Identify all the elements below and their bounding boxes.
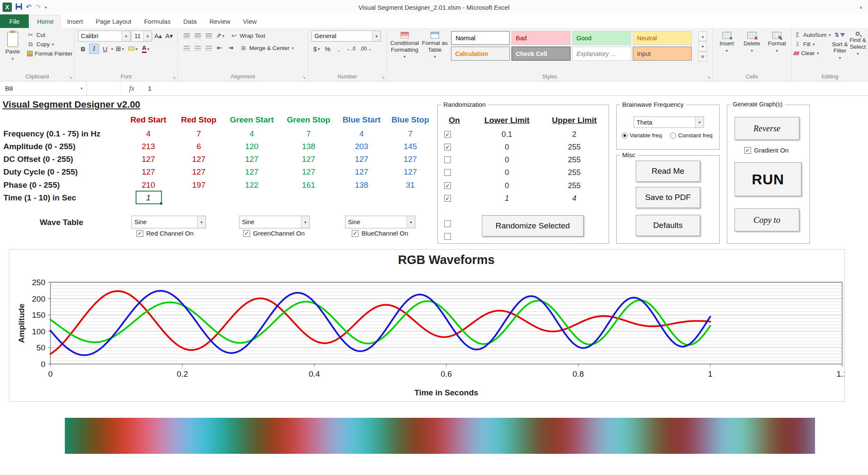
fill-color-button[interactable]: ▾ xyxy=(127,44,139,54)
randomize-on-checkbox-4[interactable] xyxy=(444,169,451,176)
param-value[interactable]: 127 xyxy=(123,153,174,165)
decrease-decimal-button[interactable]: .00→ xyxy=(358,44,374,54)
param-value[interactable]: 161 xyxy=(283,179,334,191)
cell-style-normal[interactable]: Normal xyxy=(451,31,510,45)
cell-style-neutral[interactable]: Neutral xyxy=(633,31,692,45)
param-value[interactable]: 197 xyxy=(173,179,224,191)
merge-center-button[interactable]: ⊞Merge & Center▾ xyxy=(240,44,294,51)
ribbon-tab-formulas[interactable]: Formulas xyxy=(138,15,177,28)
lower-limit-value[interactable]: 0 xyxy=(479,154,534,166)
ribbon-tab-review[interactable]: Review xyxy=(203,15,236,28)
param-value[interactable]: 127 xyxy=(173,153,224,165)
fill-button[interactable]: ⇩Fill▾ xyxy=(794,41,831,47)
waveform-chart[interactable]: RGB Waveforms 00.20.40.60.811.2050100150… xyxy=(9,249,845,402)
cell-style-input[interactable]: Input xyxy=(633,47,692,61)
borders-button[interactable]: ⊞▾ xyxy=(114,44,126,54)
cell-style-calculation[interactable]: Calculation xyxy=(451,47,510,61)
radio-variable-freq[interactable] xyxy=(622,133,628,139)
randomize-on-checkbox-3[interactable] xyxy=(444,156,451,163)
param-value[interactable]: 127 xyxy=(123,166,174,178)
param-value[interactable]: 127 xyxy=(385,153,436,165)
reverse-button[interactable]: Reverse xyxy=(734,117,799,140)
worksheet[interactable]: Visual Segment Designer v2.00 Red StartR… xyxy=(0,96,868,475)
wave-select-caret-icon[interactable]: ▾ xyxy=(301,216,309,228)
delete-cells-button[interactable]: × Delete ▾ xyxy=(740,30,764,72)
lower-limit-value[interactable]: 0 xyxy=(479,141,534,153)
format-cells-button[interactable]: ✎ Format ▾ xyxy=(765,30,789,72)
styles-dialog-launcher[interactable]: ↘ xyxy=(707,75,711,80)
param-value[interactable]: 127 xyxy=(336,166,387,178)
clipboard-dialog-launcher[interactable]: ↘ xyxy=(69,75,72,80)
lower-limit-value[interactable]: 0 xyxy=(479,167,534,178)
upper-limit-value[interactable]: 255 xyxy=(547,167,602,178)
wrap-text-button[interactable]: ↩Wrap Text xyxy=(231,32,265,39)
font-dialog-launcher[interactable]: ↘ xyxy=(172,75,176,80)
underline-button[interactable]: U xyxy=(100,44,110,54)
ribbon-tab-data[interactable]: Data xyxy=(177,15,203,28)
font-size-select[interactable]: 11▾ xyxy=(131,31,152,42)
upper-limit-value[interactable]: 255 xyxy=(547,154,602,166)
randomize-selected-button[interactable]: Randomize Selected xyxy=(482,215,584,236)
upper-limit-value[interactable]: 4 xyxy=(547,192,602,204)
run-button[interactable]: RUN xyxy=(734,162,801,196)
brainwave-select[interactable]: Theta ▾ xyxy=(634,117,704,128)
param-value[interactable]: 145 xyxy=(385,141,436,153)
param-value[interactable]: 203 xyxy=(336,141,387,153)
cell-style-explanatory[interactable]: Explanatory ... xyxy=(572,47,631,61)
lower-limit-value[interactable]: 0 xyxy=(479,180,534,192)
orientation-button[interactable]: ⇗▾ xyxy=(214,31,226,41)
ribbon-tab-file[interactable]: File xyxy=(0,14,29,28)
number-dialog-launcher[interactable]: ↘ xyxy=(381,75,385,80)
align-center-button[interactable] xyxy=(192,43,203,53)
param-value[interactable]: 138 xyxy=(283,141,334,153)
gallery-more-button[interactable]: ≣ xyxy=(698,52,707,61)
param-value[interactable]: 7 xyxy=(173,128,224,140)
align-middle-button[interactable] xyxy=(192,31,203,41)
lower-limit-value[interactable]: 1 xyxy=(479,192,534,204)
randomize-on-checkbox-5[interactable]: ✓ xyxy=(444,182,451,189)
channel-checkbox-group-red-channel-on[interactable]: ✓Red Channel On xyxy=(136,230,194,237)
conditional-formatting-button[interactable]: Conditional Formatting ▾ xyxy=(389,30,420,72)
paste-button[interactable]: Paste ▾ xyxy=(2,30,24,72)
param-value[interactable]: 31 xyxy=(385,179,436,191)
wave-select-caret-icon[interactable]: ▾ xyxy=(406,216,415,228)
upper-limit-value[interactable]: 2 xyxy=(547,128,602,140)
align-bottom-button[interactable] xyxy=(203,31,214,41)
italic-button[interactable]: I xyxy=(89,44,99,54)
cell-style-check-cell[interactable]: Check Cell xyxy=(512,47,570,61)
randomize-on-checkbox-2[interactable]: ✓ xyxy=(444,144,451,150)
sort-filter-button[interactable]: ⇅ Sort & Filter ▾ xyxy=(831,30,849,72)
ribbon-tab-view[interactable]: View xyxy=(236,15,263,28)
randomize-on-checkbox-6[interactable]: ✓ xyxy=(444,195,451,202)
copy-button[interactable]: ⧉Copy▾ xyxy=(27,41,72,48)
align-right-button[interactable] xyxy=(203,43,214,53)
checkbox-greenchannel-on[interactable]: ✓ xyxy=(243,230,250,237)
cell-style-good[interactable]: Good xyxy=(572,31,631,45)
grow-font-button[interactable]: A▴ xyxy=(153,31,163,41)
cut-button[interactable]: ✂Cut xyxy=(27,31,72,38)
checkbox-red-channel-on[interactable]: ✓ xyxy=(136,230,143,237)
gallery-scroll-down-button[interactable]: ▾ xyxy=(698,42,707,51)
param-value[interactable]: 127 xyxy=(385,166,436,178)
lower-limit-value[interactable]: 0.1 xyxy=(479,128,534,140)
channel-checkbox-group-greenchannel-on[interactable]: ✓GreenChannel On xyxy=(243,230,305,237)
number-format-select[interactable]: General▾ xyxy=(312,31,381,42)
param-value[interactable]: 127 xyxy=(283,166,334,178)
align-left-button[interactable] xyxy=(181,43,192,53)
shrink-font-button[interactable]: A▾ xyxy=(164,31,174,41)
format-as-table-button[interactable]: Format as Table ▾ xyxy=(420,30,449,72)
param-value[interactable]: 127 xyxy=(283,153,334,165)
wave-select-caret-icon[interactable]: ▾ xyxy=(197,216,206,228)
param-value[interactable]: 7 xyxy=(385,128,436,140)
param-value[interactable]: 127 xyxy=(226,166,277,178)
randomize-on-checkbox-1[interactable]: ✓ xyxy=(444,131,451,138)
param-value[interactable]: 4 xyxy=(226,128,277,140)
cell-style-bad[interactable]: Bad xyxy=(512,31,570,45)
increase-decimal-button[interactable]: ←.0 xyxy=(345,44,357,54)
param-value[interactable]: 138 xyxy=(336,179,387,191)
percent-style-button[interactable]: % xyxy=(323,44,333,54)
ribbon-tab-home[interactable]: Home xyxy=(30,15,61,28)
gradient-on-checkbox-group[interactable]: ✓ Gradient On xyxy=(744,147,789,154)
checkbox-bluechannel-on[interactable]: ✓ xyxy=(352,230,359,237)
param-value[interactable]: 7 xyxy=(283,128,334,140)
